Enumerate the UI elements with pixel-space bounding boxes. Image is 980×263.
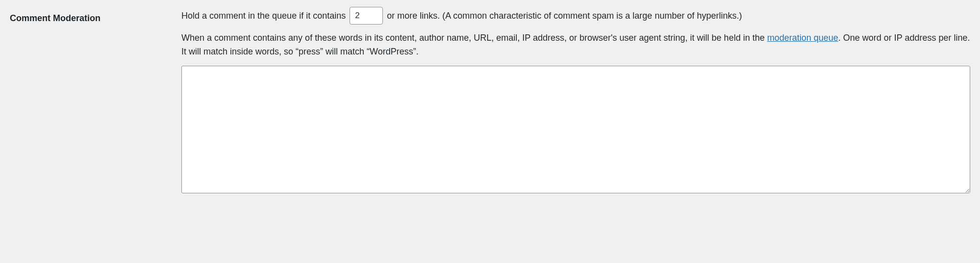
max-links-label-after: or more links. (A common characteristic … (387, 9, 742, 23)
desc-part1: When a comment contains any of these wor… (181, 33, 767, 43)
section-title: Comment Moderation (10, 7, 181, 25)
max-links-label-before: Hold a comment in the queue if it contai… (181, 9, 346, 23)
max-links-row: Hold a comment in the queue if it contai… (181, 7, 970, 25)
moderation-keys-description: When a comment contains any of these wor… (181, 31, 970, 59)
section-content: Hold a comment in the queue if it contai… (181, 7, 970, 197)
moderation-queue-link[interactable]: moderation queue (767, 33, 838, 43)
max-links-input[interactable] (350, 7, 383, 25)
comment-moderation-section: Comment Moderation Hold a comment in the… (10, 7, 970, 197)
moderation-keys-textarea[interactable] (181, 66, 970, 193)
